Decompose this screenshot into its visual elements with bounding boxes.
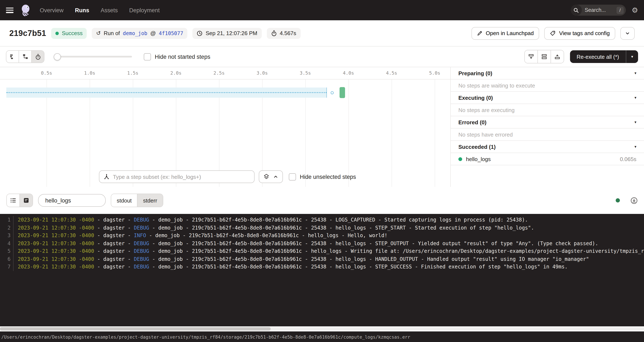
section-header-executing[interactable]: Executing (0) ▾ [451,92,644,104]
run-actions-chevron-button[interactable] [620,27,635,40]
duration-label: 4.567s [280,30,296,36]
section-header-preparing[interactable]: Preparing (0) ▾ [451,67,644,80]
structured-log-view-icon[interactable] [7,194,20,207]
settings-gear-icon[interactable]: ⚙ [632,6,638,14]
zoom-slider[interactable] [54,56,132,58]
expand-bottom-panel-icon[interactable] [524,50,537,63]
view-tags-config-label: View tags and config [559,30,610,36]
status-badge: Success [51,28,87,39]
log-line-number: 4 [0,240,14,247]
step-row-hello-logs[interactable]: hello_logs 0.065s [451,153,644,165]
nav-item-assets[interactable]: Assets [101,7,118,13]
history-icon: ↺ [96,30,101,36]
log-line: 32023-09-21 12:07:30 -0400 - dagster - I… [0,232,644,240]
log-line-number: 2 [0,224,14,232]
layers-icon [264,174,269,180]
zoom-slider-handle[interactable] [54,53,61,60]
waiting-band [6,88,327,98]
axis-tick-label: 1.0s [84,70,95,76]
axis-tick-label: 1.5s [127,70,138,76]
pencil-icon [477,30,482,36]
graph-query-toggle-button[interactable] [259,170,283,183]
step-subset-row: Type a step subset (ex: hello_logs+) Hid… [99,170,356,183]
axis-tick-label: 3.5s [300,70,311,76]
view-tags-config-button[interactable]: View tags and config [544,27,615,40]
raw-log-view-icon[interactable] [20,194,32,207]
scrollbar-thumb[interactable] [0,327,270,330]
open-in-launchpad-button[interactable]: Open in Launchpad [472,27,539,40]
log-horizontal-scrollbar [0,326,644,332]
waterfall-view-icon[interactable] [18,51,31,62]
expand-top-panel-icon[interactable] [550,50,564,63]
log-line-text: 2023-09-21 12:07:30 -0400 - dagster - IN… [18,232,387,240]
main-split: 0.5s1.0s1.5s2.0s2.5s3.0s3.5s4.0s4.5s5.0s… [0,67,644,187]
run-of-tag: ↺ Run of demo_job @ 4f105077 [92,28,188,39]
log-line-number: 5 [0,247,14,255]
section-header-errored[interactable]: Errored (0) ▾ [451,116,644,128]
log-line: 72023-09-21 12:07:30 -0400 - dagster - D… [0,263,644,271]
section-empty-executing: No steps are executing [451,104,644,116]
tab-stdout[interactable]: stdout [111,194,137,207]
at-symbol: @ [150,30,156,36]
log-path-statusbar: /Users/erincochran/Desktop/dagster-examp… [0,332,644,342]
log-output[interactable]: 12023-09-21 12:07:30 -0400 - dagster - D… [0,214,644,326]
log-line-number: 7 [0,263,14,271]
hide-unselected-checkbox[interactable] [289,173,296,180]
step-subset-placeholder: Type a step subset (ex: hello_logs+) [113,174,201,180]
reexecute-dropdown-chevron[interactable]: ▾ [626,54,638,59]
clock-icon [197,30,203,36]
gantt-view-mode-segmented [6,50,44,63]
log-line-text: 2023-09-21 12:07:30 -0400 - dagster - DE… [18,255,589,263]
search-placeholder: Search... [582,7,616,13]
log-line-text: 2023-09-21 12:07:30 -0400 - dagster - DE… [18,216,528,224]
timestamp-tag: Sep 21, 12:07:26 PM [192,28,262,39]
success-dot-icon [56,32,59,35]
hide-not-started-label: Hide not started steps [155,54,210,60]
hide-unselected-label: Hide unselected steps [300,174,356,180]
section-caret-icon: ▾ [634,96,636,100]
app-window: Overview Runs Assets Deployment Search..… [0,0,644,342]
timeline-axis: 0.5s1.0s1.5s2.0s2.5s3.0s3.5s4.0s4.5s5.0s [0,67,450,80]
log-line-text: 2023-09-21 12:07:30 -0400 - dagster - DE… [18,247,644,255]
section-title: Executing (0) [458,94,493,101]
search-input[interactable]: Search... / [571,5,626,16]
gridline [392,80,392,187]
job-name-link[interactable]: demo_job [123,30,147,36]
log-line: 12023-09-21 12:07:30 -0400 - dagster - D… [0,216,644,224]
axis-tick-label: 2.5s [214,70,225,76]
flat-view-icon[interactable] [6,51,18,62]
op-selector-icon [104,174,110,180]
hide-not-started-checkbox[interactable] [144,53,151,60]
log-step-filter-tag[interactable]: hello_logs [38,194,106,207]
section-title: Errored (0) [458,119,486,125]
nav-item-overview[interactable]: Overview [40,7,64,13]
tab-stderr[interactable]: stderr [137,194,162,207]
reexecute-split-button: Re-execute all (*) ▾ [570,50,638,63]
section-title: Succeeded (1) [458,144,496,150]
tag-icon [550,30,556,36]
hide-not-started-row: Hide not started steps [144,53,210,60]
menu-icon[interactable] [6,8,14,13]
axis-tick-label: 5.0s [429,70,440,76]
commit-link[interactable]: 4f105077 [159,30,183,36]
timed-view-icon[interactable] [31,51,44,62]
nav-item-deployment[interactable]: Deployment [129,7,160,13]
step-success-dot-icon [458,157,462,161]
log-capture-status-dot [616,198,620,202]
axis-tick-label: 4.5s [386,70,397,76]
gantt-chart: Type a step subset (ex: hello_logs+) Hid… [0,80,450,187]
step-name: hello_logs [466,156,491,162]
log-line: 62023-09-21 12:07:30 -0400 - dagster - D… [0,255,644,263]
chevron-down-icon [625,31,630,36]
log-file-path: /Users/erincochran/Desktop/dagster-examp… [1,334,410,339]
download-log-icon[interactable] [630,197,638,204]
step-bar-hello-logs[interactable] [340,87,345,98]
step-marker-circle[interactable] [331,91,334,94]
step-subset-input[interactable]: Type a step subset (ex: hello_logs+) [99,170,254,183]
split-panels-icon[interactable] [537,50,550,63]
section-header-succeeded[interactable]: Succeeded (1) ▾ [451,141,644,153]
dagster-logo-icon[interactable] [20,4,32,16]
nav-item-runs[interactable]: Runs [75,7,90,13]
reexecute-all-button[interactable]: Re-execute all (*) [570,54,626,60]
log-line-number: 3 [0,232,14,240]
